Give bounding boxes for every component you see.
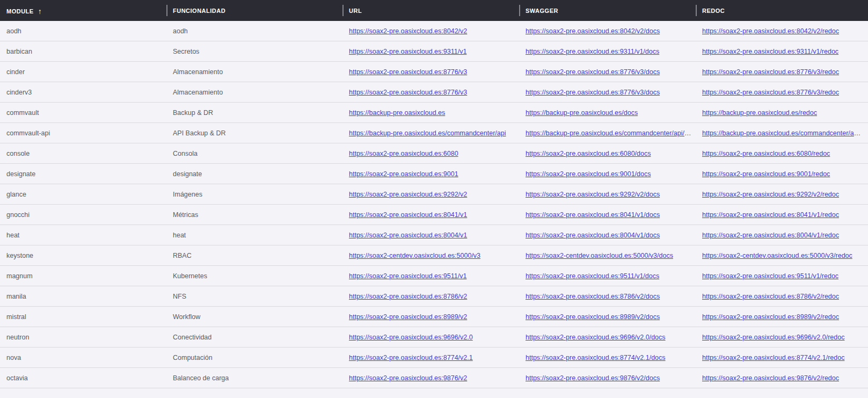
redoc-link[interactable]: https://soax2-pre.oasixcloud.es:8041/v1/… — [702, 211, 839, 219]
funcionalidad-cell: Almacenamiento — [166, 62, 342, 82]
funcionalidad-value: aodh — [173, 27, 188, 35]
redoc-link[interactable]: https://soax2-pre.oasixcloud.es:8786/v2/… — [702, 293, 839, 300]
swagger-cell: https://soax2-pre.oasixcloud.es:8989/v2/… — [519, 307, 696, 327]
redoc-link[interactable]: https://soax2-pre.oasixcloud.es:9292/v2/… — [702, 191, 839, 198]
column-header-funcionalidad[interactable]: FUNCIONALIDAD — [166, 0, 342, 21]
redoc-cell: https://soax2-pre.oasixcloud.es:9292/v2/… — [696, 184, 868, 205]
url-link[interactable]: https://soax2-pre.oasixcloud.es:6080 — [349, 150, 458, 157]
url-link[interactable]: https://soax2-pre.oasixcloud.es:8004/v1 — [349, 231, 467, 239]
swagger-link[interactable]: https://soax2-pre.oasixcloud.es:9311/v1/… — [526, 48, 659, 55]
swagger-link[interactable]: https://backup-pre.oasixcloud.es/docs — [526, 109, 638, 117]
url-link[interactable]: https://soax2-pre.oasixcloud.es:8776/v3 — [349, 68, 467, 76]
module-cell: manila — [0, 286, 166, 307]
url-cell: https://backup-pre.oasixcloud.es — [342, 103, 519, 123]
swagger-cell: https://soax2-pre.oasixcloud.es:9511/v1/… — [519, 266, 696, 286]
funcionalidad-cell: Balanceo de carga — [166, 368, 342, 388]
swagger-link[interactable]: https://soax2-pre.oasixcloud.es:9292/v2/… — [526, 191, 660, 198]
redoc-link[interactable]: https://backup-pre.oasixcloud.es/redoc — [702, 109, 817, 117]
swagger-link[interactable]: https://soax2-pre.oasixcloud.es:8989/v2/… — [526, 313, 660, 321]
url-link[interactable]: https://soax2-pre.oasixcloud.es:9292/v2 — [349, 191, 467, 198]
swagger-link[interactable]: https://soax2-pre.oasixcloud.es:9001/doc… — [526, 170, 651, 178]
redoc-link[interactable]: https://soax2-pre.oasixcloud.es:8774/v2.… — [702, 354, 844, 361]
url-link[interactable]: https://soax2-centdev.oasixcloud.es:5000… — [349, 252, 480, 259]
swagger-cell: https://soax2-pre.oasixcloud.es:8774/v2.… — [519, 348, 696, 368]
swagger-link[interactable]: https://soax2-pre.oasixcloud.es:9696/v2.… — [526, 334, 666, 341]
url-link[interactable]: https://soax2-pre.oasixcloud.es:9511/v1 — [349, 272, 466, 280]
url-link[interactable]: https://soax2-pre.oasixcloud.es:8786/v2 — [349, 293, 467, 300]
swagger-link[interactable]: https://soax2-pre.oasixcloud.es:8042/v2/… — [526, 27, 660, 35]
redoc-cell: https://soax2-pre.oasixcloud.es:9001/red… — [696, 164, 868, 184]
url-link[interactable]: https://soax2-pre.oasixcloud.es:8041/v1 — [349, 211, 467, 219]
funcionalidad-value: Imágenes — [173, 191, 202, 198]
redoc-link[interactable]: https://soax2-pre.oasixcloud.es:9696/v2.… — [702, 334, 844, 341]
column-header-redoc[interactable]: REDOC — [696, 0, 868, 21]
column-header-swagger[interactable]: SWAGGER — [519, 0, 696, 21]
redoc-link[interactable]: https://backup-pre.oasixcloud.es/command… — [702, 129, 868, 137]
redoc-link[interactable]: https://soax2-pre.oasixcloud.es:8989/v2/… — [702, 313, 839, 321]
redoc-link[interactable]: https://soax2-pre.oasixcloud.es:8042/v2/… — [702, 27, 839, 35]
redoc-cell: https://soax2-centdev.oasixcloud.es:5000… — [696, 245, 868, 266]
url-link[interactable]: https://soax2-pre.oasixcloud.es:8989/v2 — [349, 313, 467, 321]
swagger-cell: https://soax2-pre.oasixcloud.es:8004/v1/… — [519, 225, 696, 245]
url-link[interactable]: https://soax2-pre.oasixcloud.es:9696/v2.… — [349, 334, 473, 341]
swagger-cell: https://soax2-pre.oasixcloud.es:9696/v2.… — [519, 327, 696, 348]
url-link[interactable]: https://backup-pre.oasixcloud.es — [349, 109, 445, 117]
url-cell: https://soax2-pre.oasixcloud.es:9511/v1 — [342, 266, 519, 286]
url-link[interactable]: https://soax2-pre.oasixcloud.es:9001 — [349, 170, 458, 178]
table-row: commvault-apiAPI Backup & DRhttps://back… — [0, 123, 868, 143]
swagger-link[interactable]: https://soax2-pre.oasixcloud.es:9511/v1/… — [526, 272, 659, 280]
redoc-link[interactable]: https://soax2-pre.oasixcloud.es:8776/v3/… — [702, 89, 839, 96]
url-link[interactable]: https://soax2-pre.oasixcloud.es:8774/v2.… — [349, 354, 473, 361]
column-header-label: MODULE — [6, 8, 34, 15]
funcionalidad-value: Backup & DR — [173, 109, 213, 117]
url-cell: https://soax2-pre.oasixcloud.es:8989/v2 — [342, 307, 519, 327]
swagger-link[interactable]: https://soax2-pre.oasixcloud.es:9876/v2/… — [526, 374, 660, 382]
module-value: manila — [6, 293, 26, 300]
swagger-cell: https://soax2-centdev.oasixcloud.es:5000… — [519, 245, 696, 266]
swagger-link[interactable]: https://soax2-pre.oasixcloud.es:8004/v1/… — [526, 231, 660, 239]
redoc-link[interactable]: https://soax2-pre.oasixcloud.es:9001/red… — [702, 170, 830, 178]
funcionalidad-value: Workflow — [173, 313, 200, 321]
redoc-link[interactable]: https://soax2-pre.oasixcloud.es:8004/v1/… — [702, 231, 839, 239]
swagger-link[interactable]: https://soax2-pre.oasixcloud.es:8786/v2/… — [526, 293, 660, 300]
url-link[interactable]: https://backup-pre.oasixcloud.es/command… — [349, 129, 506, 137]
swagger-link[interactable]: https://soax2-pre.oasixcloud.es:8776/v3/… — [526, 68, 660, 76]
redoc-link[interactable]: https://soax2-pre.oasixcloud.es:9511/v1/… — [702, 272, 838, 280]
module-value: keystone — [6, 252, 33, 259]
redoc-link[interactable]: https://soax2-pre.oasixcloud.es:6080/red… — [702, 150, 830, 157]
swagger-cell: https://soax2-pre.oasixcloud.es:8776/v3/… — [519, 62, 696, 82]
swagger-link[interactable]: https://soax2-centdev.oasixcloud.es:5000… — [526, 252, 673, 259]
funcionalidad-value: Almacenamiento — [173, 89, 223, 96]
redoc-cell: https://soax2-pre.oasixcloud.es:8776/v3/… — [696, 62, 868, 82]
redoc-link[interactable]: https://soax2-centdev.oasixcloud.es:5000… — [702, 252, 852, 259]
module-cell: octavia — [0, 368, 166, 388]
module-cell: magnum — [0, 266, 166, 286]
table-row: glanceImágeneshttps://soax2-pre.oasixclo… — [0, 184, 868, 205]
redoc-link[interactable]: https://soax2-pre.oasixcloud.es:9311/v1/… — [702, 48, 838, 55]
swagger-cell: https://soax2-pre.oasixcloud.es:9311/v1/… — [519, 41, 696, 62]
url-cell: https://soax2-pre.oasixcloud.es:9001 — [342, 164, 519, 184]
swagger-link[interactable]: https://soax2-pre.oasixcloud.es:6080/doc… — [526, 150, 651, 157]
swagger-link[interactable]: https://soax2-pre.oasixcloud.es:8774/v2.… — [526, 354, 666, 361]
column-header-module[interactable]: MODULE↑ — [0, 0, 166, 21]
column-header-url[interactable]: URL — [342, 0, 519, 21]
module-value: cinderv3 — [6, 89, 32, 96]
url-cell: https://soax2-pre.oasixcloud.es:8041/v1 — [342, 205, 519, 225]
swagger-link[interactable]: https://backup-pre.oasixcloud.es/command… — [526, 129, 696, 137]
swagger-link[interactable]: https://soax2-pre.oasixcloud.es:8776/v3/… — [526, 89, 660, 96]
redoc-link[interactable]: https://soax2-pre.oasixcloud.es:8776/v3/… — [702, 68, 839, 76]
url-link[interactable]: https://soax2-pre.oasixcloud.es:9311/v1 — [349, 48, 466, 55]
url-cell: https://soax2-pre.oasixcloud.es:9311/v1 — [342, 41, 519, 62]
module-value: aodh — [6, 27, 21, 35]
url-link[interactable]: https://soax2-pre.oasixcloud.es:8042/v2 — [349, 27, 467, 35]
swagger-link[interactable]: https://soax2-pre.oasixcloud.es:8041/v1/… — [526, 211, 660, 219]
funcionalidad-cell: Almacenamiento — [166, 82, 342, 103]
funcionalidad-cell: Conectividad — [166, 327, 342, 348]
url-cell: https://soax2-centdev.oasixcloud.es:5000… — [342, 245, 519, 266]
sort-ascending-icon[interactable]: ↑ — [38, 7, 42, 16]
url-link[interactable]: https://soax2-pre.oasixcloud.es:9876/v2 — [349, 374, 467, 382]
redoc-link[interactable]: https://soax2-pre.oasixcloud.es:9876/v2/… — [702, 374, 839, 382]
redoc-cell: https://soax2-pre.oasixcloud.es:8786/v2/… — [696, 286, 868, 307]
swagger-cell: https://soax2-pre.oasixcloud.es:8041/v1/… — [519, 205, 696, 225]
url-link[interactable]: https://soax2-pre.oasixcloud.es:8776/v3 — [349, 89, 467, 96]
